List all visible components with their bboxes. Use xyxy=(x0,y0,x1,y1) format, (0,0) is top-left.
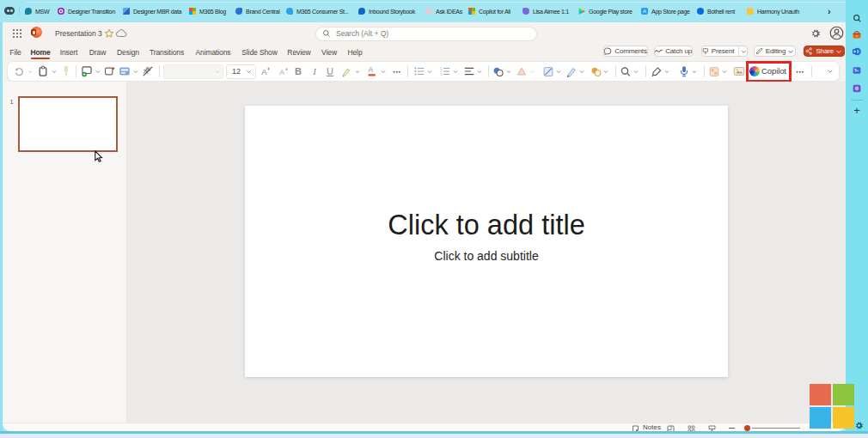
svg-text:3: 3 xyxy=(440,72,442,76)
svg-text:A: A xyxy=(261,67,267,76)
svg-text:A: A xyxy=(279,69,284,76)
svg-text:A: A xyxy=(369,66,374,74)
